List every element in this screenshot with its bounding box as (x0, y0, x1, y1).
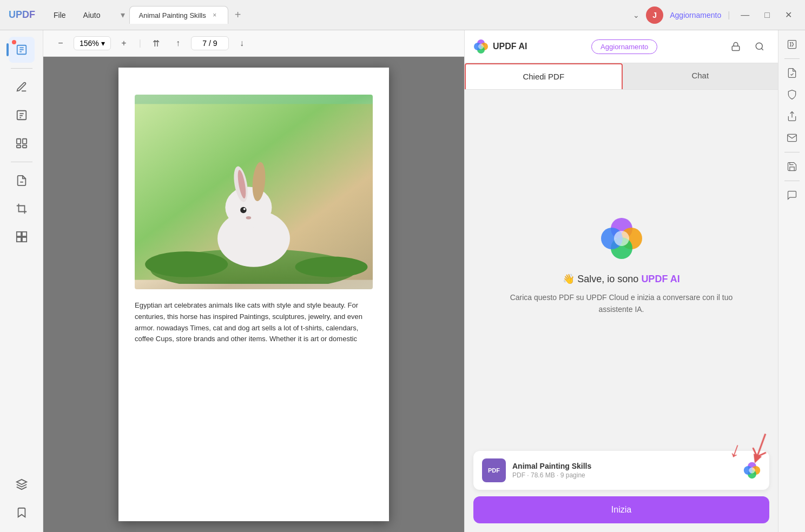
sidebar-divider-1 (11, 68, 32, 69)
first-page-button[interactable]: ⇈ (148, 35, 165, 52)
svg-rect-9 (22, 139, 26, 144)
pdf-page: Egyptian art celebrates animals like cat… (118, 68, 389, 521)
page-indicator[interactable]: 7 / 9 (191, 36, 229, 50)
svg-point-28 (145, 251, 228, 277)
right-convert-button[interactable] (782, 63, 802, 83)
pdf-image (135, 95, 373, 289)
close-button[interactable]: ✕ (781, 8, 796, 22)
ai-search-button[interactable] (750, 37, 769, 56)
dot-indicator (12, 40, 16, 44)
sidebar-divider-2 (11, 162, 32, 162)
protect-icon (787, 89, 797, 100)
sidebar-item-edit[interactable] (9, 102, 35, 128)
convert-icon (787, 68, 797, 78)
pdf-toolbar: − 156% ▾ + | ⇈ ↑ 7 / 9 ↓ (43, 30, 464, 57)
next-page-button[interactable]: ↓ (233, 35, 250, 52)
zoom-out-button[interactable]: − (52, 35, 69, 52)
ai-description: Carica questo PDF su UPDF Cloud e inizia… (508, 291, 735, 316)
organize-icon (16, 137, 28, 149)
svg-marker-17 (16, 480, 26, 484)
app-logo: UPDF (9, 9, 35, 21)
menu-file[interactable]: File (46, 8, 74, 23)
right-protect-button[interactable] (782, 85, 802, 104)
bookmark-icon (16, 507, 28, 518)
reader-icon (16, 44, 28, 56)
svg-point-25 (240, 207, 246, 213)
ai-header: UPDF AI Aggiornamento (465, 30, 778, 63)
ai-upgrade-button[interactable]: Aggiornamento (591, 39, 657, 54)
search-icon (755, 42, 764, 51)
svg-rect-8 (16, 139, 20, 144)
sidebar-item-reader[interactable] (9, 37, 35, 63)
right-save-button[interactable] (782, 157, 802, 176)
annotate-icon (16, 81, 28, 93)
window-dropdown[interactable]: ⌄ (633, 11, 639, 19)
ai-start-button[interactable]: Inizia (473, 496, 769, 523)
new-tab-button[interactable]: + (230, 6, 246, 23)
tab-chiedi-pdf[interactable]: Chiedi PDF (465, 63, 623, 89)
zoom-in-button[interactable]: + (115, 35, 133, 52)
updf-ai-logo-icon (473, 39, 489, 54)
layers-icon (16, 478, 28, 490)
svg-point-26 (243, 208, 246, 210)
active-tab[interactable]: Animal Painting Skills × (129, 6, 228, 24)
ai-lock-button[interactable] (726, 37, 745, 56)
ai-file-card: PDF Animal Painting Skills PDF · 78.6 MB… (473, 451, 769, 490)
ocr-icon (787, 39, 797, 50)
sidebar-item-extract[interactable] (9, 168, 35, 194)
svg-rect-16 (22, 237, 26, 242)
svg-point-29 (295, 257, 368, 277)
right-divider-1 (784, 58, 800, 59)
prev-page-button[interactable]: ↑ (169, 35, 187, 52)
ai-file-meta: PDF · 78.6 MB · 9 pagine (512, 471, 737, 479)
sidebar-item-bookmark[interactable] (9, 500, 35, 526)
zoom-level: 156% (80, 39, 99, 48)
main-layout: − 156% ▾ + | ⇈ ↑ 7 / 9 ↓ (0, 30, 805, 532)
maximize-button[interactable]: □ (760, 8, 774, 22)
user-avatar[interactable]: J (646, 6, 663, 24)
sidebar-item-layers[interactable] (9, 471, 35, 497)
svg-line-37 (761, 48, 763, 50)
svg-point-42 (614, 231, 629, 246)
sidebar-item-batch[interactable] (9, 224, 35, 250)
ai-file-name: Animal Painting Skills (512, 462, 737, 470)
pdf-viewer: − 156% ▾ + | ⇈ ↑ 7 / 9 ↓ (43, 30, 464, 532)
tab-chat[interactable]: Chat (623, 63, 778, 89)
title-bar: UPDF File Aiuto ▾ Animal Painting Skills… (0, 0, 805, 30)
right-mail-button[interactable] (782, 128, 802, 148)
right-ocr-button[interactable] (782, 35, 802, 54)
batch-icon (16, 231, 28, 243)
right-share-button[interactable] (782, 107, 802, 126)
titlebar-right: ⌄ J Aggiornamento | — □ ✕ (633, 6, 796, 24)
right-chat-button[interactable] (782, 185, 802, 205)
title-separator: | (728, 10, 730, 20)
toolbar-sep: | (139, 38, 141, 48)
svg-point-34 (478, 44, 484, 49)
sidebar-item-organize[interactable] (9, 130, 35, 156)
tab-dropdown-arrow[interactable]: ▾ (118, 8, 127, 22)
right-toolbar (778, 30, 805, 532)
svg-point-27 (246, 216, 252, 220)
sidebar-item-annotate[interactable] (9, 74, 35, 100)
greeting-brand: UPDF AI (641, 274, 679, 284)
pdf-page-area[interactable]: Egyptian art celebrates animals like cat… (43, 57, 464, 532)
ai-file-type-icon: PDF (482, 458, 506, 482)
pdf-page-content: Egyptian art celebrates animals like cat… (118, 68, 389, 521)
minimize-button[interactable]: — (736, 8, 754, 22)
ai-greeting: 👋 Salve, io sono UPDF AI (563, 273, 679, 285)
svg-rect-13 (16, 232, 21, 236)
zoom-display[interactable]: 156% ▾ (74, 36, 111, 50)
save-icon (787, 161, 797, 172)
menu-bar: File Aiuto (46, 8, 108, 23)
svg-rect-10 (16, 145, 20, 148)
tab-close-button[interactable]: × (210, 11, 219, 19)
sidebar-item-crop[interactable] (9, 196, 35, 222)
ai-file-info: Animal Painting Skills PDF · 78.6 MB · 9… (512, 462, 737, 479)
svg-point-47 (749, 467, 755, 473)
ai-footer: PDF Animal Painting Skills PDF · 78.6 MB… (465, 442, 778, 532)
menu-aiuto[interactable]: Aiuto (76, 8, 108, 23)
upgrade-title-label[interactable]: Aggiornamento (670, 11, 721, 19)
svg-rect-11 (22, 145, 26, 148)
tab-area: ▾ Animal Painting Skills × + (118, 6, 626, 24)
pdf-text-content: Egyptian art celebrates animals like cat… (135, 300, 373, 345)
